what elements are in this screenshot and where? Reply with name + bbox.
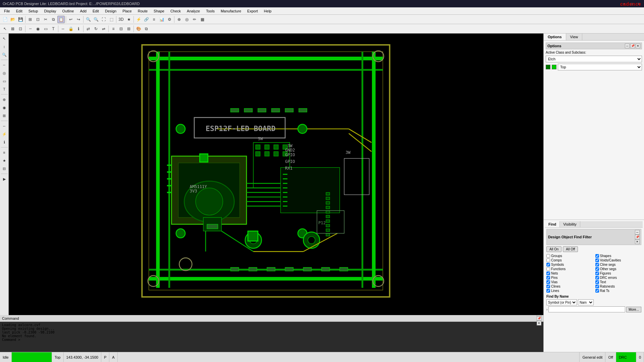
- lt-script[interactable]: ▶: [1, 175, 8, 183]
- menu-setup[interactable]: Setup: [26, 8, 41, 14]
- tb-rats[interactable]: 🔗: [143, 16, 150, 23]
- tb2-filter[interactable]: ⊡: [17, 25, 24, 33]
- tb-route-line[interactable]: ✏: [191, 16, 198, 23]
- ftab-visibility[interactable]: Visibility: [560, 221, 580, 227]
- options-minimize[interactable]: ─: [625, 44, 630, 48]
- lt-drc2[interactable]: ⚡: [1, 130, 8, 138]
- menu-display[interactable]: Display: [41, 8, 59, 14]
- menu-tools[interactable]: Tools: [203, 8, 217, 14]
- tb2-shape2[interactable]: ▭: [42, 25, 49, 33]
- cb-functions-input[interactable]: [546, 267, 550, 271]
- options-close[interactable]: ✕: [636, 44, 640, 48]
- cmd-pin[interactable]: 📌: [537, 316, 541, 321]
- tb2-flip[interactable]: ⇄: [85, 25, 92, 33]
- cb-clinesegs-input[interactable]: [595, 263, 599, 266]
- cb-vias-input[interactable]: [546, 280, 550, 284]
- tb-new[interactable]: 📄: [1, 16, 9, 23]
- subclass-dropdown[interactable]: Top Bottom Inner1 Inner2: [558, 64, 642, 70]
- lt-spread[interactable]: ⊟: [1, 165, 8, 172]
- cmd-close[interactable]: ✕: [537, 321, 541, 325]
- tb-netlist[interactable]: ≡: [150, 16, 158, 23]
- menu-design[interactable]: Design: [102, 8, 119, 14]
- lt-shape[interactable]: ▭: [1, 77, 8, 85]
- menu-route[interactable]: Route: [135, 8, 150, 14]
- pcb-canvas-area[interactable]: ESP12F-LED BOARD AM5111Y 3V3 SW 3W GND2 …: [9, 34, 543, 315]
- tb2-dist[interactable]: ⊟: [117, 25, 125, 33]
- tb-highlight[interactable]: ★: [125, 16, 132, 23]
- tb2-text[interactable]: T: [50, 25, 57, 33]
- menu-add[interactable]: Add: [77, 8, 89, 14]
- cb-othersegs-input[interactable]: [595, 267, 599, 271]
- lt-prop[interactable]: ℹ: [1, 138, 8, 146]
- menu-outline[interactable]: Outline: [60, 8, 77, 14]
- tb-zoom-in[interactable]: 🔍: [85, 16, 92, 23]
- tb2-group[interactable]: ⊞: [125, 25, 132, 33]
- tb-zoom-fit[interactable]: ⛶: [100, 16, 107, 23]
- menu-shape[interactable]: Shape: [151, 8, 167, 14]
- find-pin[interactable]: 📌: [635, 235, 640, 239]
- lt-pad[interactable]: ◉: [1, 104, 8, 111]
- cb-groups-input[interactable]: [546, 254, 550, 258]
- tb-save[interactable]: 💾: [17, 16, 24, 23]
- menu-help[interactable]: Help: [261, 8, 274, 14]
- tb2-via2[interactable]: ◉: [34, 25, 42, 33]
- tb2-rotate[interactable]: ↻: [92, 25, 100, 33]
- tb-cut[interactable]: ✂: [42, 16, 49, 23]
- menu-edit[interactable]: Edit: [13, 8, 25, 14]
- find-type-select[interactable]: Symbol (or Pin) Net Component: [546, 299, 577, 305]
- tb2-align[interactable]: ≡: [110, 25, 117, 33]
- tb-paste[interactable]: 📋: [57, 16, 65, 23]
- cb-clines-input[interactable]: [546, 285, 550, 288]
- menu-file[interactable]: File: [1, 8, 13, 14]
- tb-settings[interactable]: ⚙: [166, 16, 173, 23]
- cb-comps-input[interactable]: [546, 258, 550, 262]
- tb-redo[interactable]: ↪: [75, 16, 82, 23]
- cb-pins-input[interactable]: [546, 276, 550, 280]
- tab-options[interactable]: Options: [544, 34, 566, 40]
- cb-ratsnests-input[interactable]: [595, 285, 599, 288]
- tb2-deselect[interactable]: ⊠: [9, 25, 16, 33]
- tb2-mirror[interactable]: ⇌: [100, 25, 107, 33]
- tb2-measure[interactable]: ↔: [59, 25, 67, 33]
- lt-route[interactable]: ╌: [1, 61, 8, 69]
- menu-place[interactable]: Place: [120, 8, 135, 14]
- cb-text-input[interactable]: [595, 280, 599, 284]
- tb2-color[interactable]: 🎨: [135, 25, 142, 33]
- tb-open[interactable]: 📂: [9, 16, 16, 23]
- tb-copy[interactable]: ⧉: [50, 16, 57, 23]
- cb-voids-input[interactable]: [595, 258, 599, 262]
- tb2-trace[interactable]: ╌: [26, 25, 34, 33]
- menu-export[interactable]: Export: [245, 8, 261, 14]
- find-name-input[interactable]: [548, 306, 625, 312]
- cb-ratts-input[interactable]: [595, 289, 599, 293]
- tb2-select[interactable]: ↖: [1, 25, 9, 33]
- ftab-find[interactable]: Find: [545, 221, 560, 227]
- tb2-lock[interactable]: 🔒: [67, 25, 74, 33]
- tb-grid[interactable]: ⊞: [26, 16, 34, 23]
- tb-fill[interactable]: ▦: [199, 16, 206, 23]
- lt-netex[interactable]: ≡: [1, 149, 8, 156]
- tb-drc[interactable]: ⚡: [135, 16, 142, 23]
- all-on-button[interactable]: All On: [546, 246, 561, 252]
- lt-highlight2[interactable]: ★: [1, 157, 8, 164]
- tb-place-comp[interactable]: ⊕: [175, 16, 183, 23]
- lt-via[interactable]: ◎: [1, 69, 8, 77]
- cb-shapes-input[interactable]: [595, 254, 599, 258]
- tb-undo[interactable]: ↩: [67, 16, 74, 23]
- options-pin[interactable]: 📌: [630, 44, 635, 48]
- tb-zoom-out[interactable]: 🔍: [92, 16, 100, 23]
- menu-check[interactable]: Check: [168, 8, 183, 14]
- cb-lines-input[interactable]: [546, 289, 550, 293]
- tb-zoom-area[interactable]: ⬚: [108, 16, 115, 23]
- find-method-select[interactable]: Nam Value: [578, 299, 594, 305]
- tb2-layers[interactable]: ⧉: [143, 25, 150, 33]
- tab-view[interactable]: View: [566, 34, 583, 40]
- tb2-property[interactable]: ℹ: [75, 25, 82, 33]
- lt-zoom[interactable]: 🔍: [1, 51, 8, 58]
- class-dropdown[interactable]: Etch Board Geometry Component Value: [546, 56, 642, 62]
- cb-figures-input[interactable]: [595, 272, 599, 275]
- find-minimize[interactable]: ─: [635, 230, 640, 235]
- tb-via[interactable]: ◎: [183, 16, 191, 23]
- lt-pointer[interactable]: ↕: [1, 43, 8, 50]
- menu-analyze[interactable]: Analyze: [184, 8, 203, 14]
